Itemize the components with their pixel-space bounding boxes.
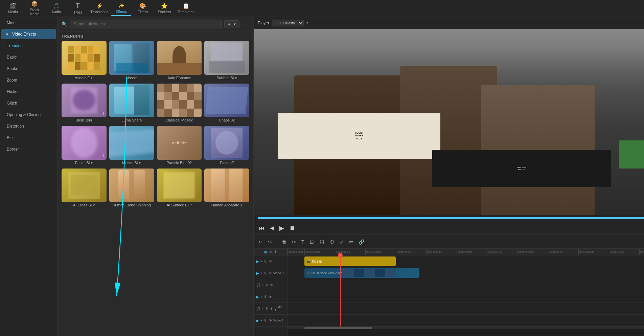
timeline-toolbar: ↩ ↪ 🗑 ✂ T ⊡ ⛓ ⏱ ⤢ ⇄ 🔗 ● 🧲 � [254, 235, 644, 249]
effect-ai-surface[interactable]: AI Surface Blur [157, 169, 202, 208]
video-track-clip[interactable]: 🎥 00 Replace Your Video [304, 268, 419, 278]
effect-name-pastel-blur: Pastel Blur [62, 160, 107, 166]
undo-button[interactable]: ↩ [256, 238, 264, 246]
speed-button[interactable]: ⏱ [327, 238, 336, 246]
sidebar-glitch[interactable]: Glitch [1, 98, 56, 108]
playhead[interactable]: ✕ [340, 255, 341, 327]
toolbar-effects[interactable]: ✨ Effects [111, 1, 131, 16]
toolbar-stickers[interactable]: ⭐ Stickers [154, 1, 175, 16]
sidebar-distortion[interactable]: Distortion [1, 121, 56, 131]
track-icon-add-v2[interactable]: + [260, 295, 262, 299]
effect-chaos02[interactable]: ♥ Chaos 02 [204, 84, 249, 124]
sidebar-border[interactable]: Border [1, 144, 56, 154]
video-effects-category[interactable]: ▼ Video Effects [1, 29, 56, 39]
effect-human-clone[interactable]: Human Clone Shinning [109, 169, 154, 208]
effect-mosaic[interactable]: Mosaic [109, 41, 154, 81]
toolbar-titles[interactable]: T Titles [68, 1, 88, 16]
prev-frame-button[interactable]: ◀ [269, 224, 275, 232]
track-icon-eye-v2[interactable]: 👁 [269, 295, 272, 299]
stop-button[interactable]: ⏹ [288, 224, 296, 232]
flip-button[interactable]: ⇄ [347, 238, 355, 246]
sidebar-shake[interactable]: Shake [1, 64, 56, 74]
effect-pastel-blur[interactable]: ⬇ Pastel Blur [62, 126, 107, 166]
cut-button[interactable]: ✂ [290, 238, 298, 246]
mic-track-icon[interactable]: 🎙 [274, 250, 277, 254]
track-icon-mic-v2[interactable]: 🎙 [264, 295, 267, 299]
effect-thumb-surface-blur: ♥ [204, 41, 249, 75]
effect-motion-blur[interactable]: Motion Blur [109, 126, 154, 166]
track-icon-mic-v3[interactable]: 🎙 [264, 260, 267, 263]
track-icon-add-v1[interactable]: + [260, 319, 262, 322]
effect-surface-blur[interactable]: ♥ Surface Blur [204, 41, 249, 81]
connect-button[interactable]: ⛓ [317, 238, 326, 246]
mosaic-effect-clip[interactable]: 🎬 Mosaic [304, 256, 396, 266]
track-icon-mic-a1[interactable]: 🎙 [265, 307, 269, 311]
track-icon-eye-vclip[interactable]: 👁 [269, 271, 272, 275]
effect-thumb-classical-mosaic [157, 84, 202, 117]
effect-name-mosaic-full: Mosaic Full [62, 75, 107, 81]
toolbar-media[interactable]: 🎬 Media [3, 1, 23, 16]
timeline-scrollbar[interactable] [288, 327, 644, 329]
stock-media-icon: 📦 [31, 1, 38, 7]
filter-all-button[interactable]: All ▾ [224, 20, 239, 28]
track-icon-add-a2[interactable]: + [262, 283, 264, 287]
track-rows: ✕ 🎬 Mosaic [288, 255, 644, 327]
sidebar-trending[interactable]: Trending [1, 41, 56, 51]
redo-button[interactable]: ↪ [266, 238, 274, 246]
toolbar-transitions[interactable]: ⚡ Transitions [89, 1, 110, 16]
more-options-button[interactable]: ··· [242, 21, 249, 27]
track-icon-eye-v1[interactable]: 👁 [269, 319, 272, 322]
track-icon-mic-v1[interactable]: 🎙 [264, 319, 267, 322]
sidebar-opening-closing[interactable]: Opening & Closing [1, 110, 56, 120]
effect-classical-mosaic[interactable]: Classical Mosaic [157, 84, 202, 124]
effect-mosaic-full[interactable]: ⬇ Mosaic Full [62, 41, 107, 81]
step-back-button[interactable]: ⏮ [258, 224, 266, 232]
effects-icon: ✨ [118, 2, 124, 9]
track-icon-mic-vclip[interactable]: 🎙 [264, 271, 267, 275]
track-icon-add-v3[interactable]: + [260, 260, 262, 263]
progress-bar[interactable] [258, 217, 644, 219]
toolbar-stock-media[interactable]: 📦 Stock Media [24, 1, 45, 16]
track-icon-add-vclip[interactable]: + [260, 271, 262, 275]
playhead-marker[interactable]: ✕ [338, 253, 343, 257]
effect-luma-sharp[interactable]: Luma Sharp [109, 84, 154, 124]
track-icon-mic-a2[interactable]: 🎙 [265, 283, 269, 287]
delete-button[interactable]: 🗑 [280, 238, 289, 246]
toolbar-templates[interactable]: 📋 Templates [176, 1, 196, 16]
add-track-icon[interactable]: ⊕ [264, 250, 267, 254]
track-row-audio1 [288, 303, 644, 315]
effects-label: Effects [115, 9, 127, 14]
sidebar-zoom[interactable]: Zoom [1, 75, 56, 85]
mine-item[interactable]: Mine [1, 18, 56, 28]
effect-name-particle-blur02: Particle Blur 02 [157, 160, 202, 166]
search-input[interactable] [70, 20, 222, 28]
sidebar-basic[interactable]: Basic [1, 52, 56, 62]
filters-icon: 🎨 [139, 3, 146, 9]
sidebar-flicker[interactable]: Flicker [1, 87, 56, 97]
link-button[interactable]: 🔗 [356, 238, 366, 246]
crop-button[interactable]: ⊡ [308, 238, 316, 246]
effects-grid-container: TRENDING ⬇ [58, 31, 253, 336]
scrollbar-thumb[interactable] [304, 327, 372, 329]
split-track-icon[interactable]: ⊞ [269, 250, 272, 254]
play-button[interactable]: ▶ [278, 224, 285, 232]
track-icon-eye-v3[interactable]: 👁 [269, 260, 272, 263]
effect-name-mosaic: Mosaic [109, 75, 154, 81]
toolbar-filters[interactable]: 🎨 Filters [133, 1, 153, 16]
effect-face-off[interactable]: ♥ Face-off [204, 126, 249, 166]
track-icon-eye-a1[interactable]: 👁 [270, 307, 273, 311]
sidebar-blur[interactable]: Blur [1, 133, 56, 143]
track-icon-eye-a2[interactable]: 👁 [270, 283, 273, 287]
effect-name-chaos02: Chaos 02 [204, 117, 249, 123]
transitions-label: Transitions [90, 10, 108, 14]
effect-auto-enhance[interactable]: Auto Enhance [157, 41, 202, 81]
toolbar-audio[interactable]: 🎵 Audio [46, 1, 66, 16]
text-button[interactable]: T [299, 238, 306, 246]
quality-select[interactable]: Full Quality [272, 20, 304, 26]
track-icon-add-a1[interactable]: + [262, 307, 264, 311]
effect-particle-blur02[interactable]: Particle Blur 02 [157, 126, 202, 166]
effect-basic-blur[interactable]: ♥ ⬇ Basic Blur [62, 84, 107, 124]
effect-ai-cross[interactable]: ♥ AI Cross Blur [62, 169, 107, 208]
transform-button[interactable]: ⤢ [338, 238, 346, 246]
effect-human-app[interactable]: ♥ Human Apparate 1 [204, 169, 249, 208]
